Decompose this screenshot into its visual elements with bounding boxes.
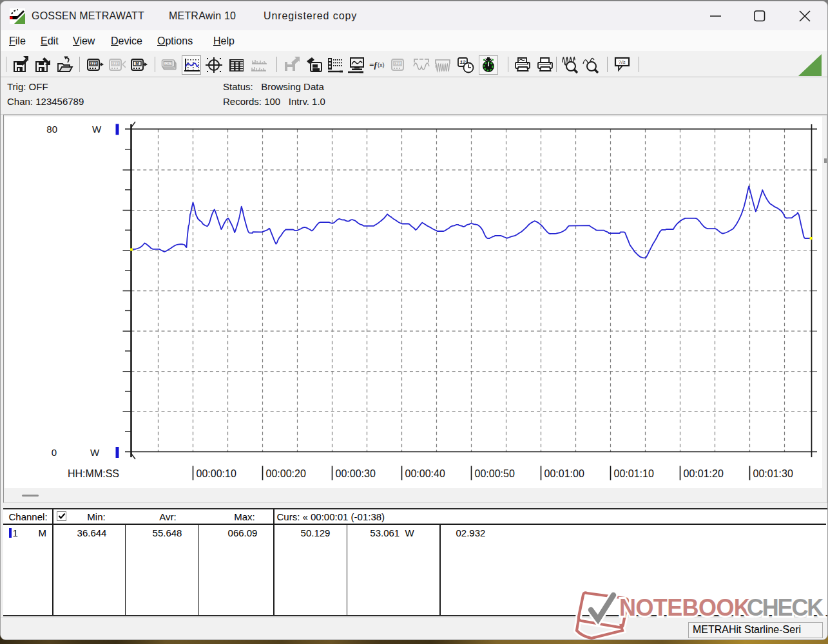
svg-text:NOTEBOOK: NOTEBOOK	[619, 594, 751, 621]
svg-text:00:01:30: 00:01:30	[753, 468, 793, 479]
svg-text:00:00:30: 00:00:30	[336, 468, 376, 479]
svg-text:00:00:50: 00:00:50	[475, 468, 515, 479]
svg-text:00:01:10: 00:01:10	[614, 468, 654, 479]
svg-text:00:01:20: 00:01:20	[684, 468, 724, 479]
svg-text:0: 0	[52, 447, 57, 458]
svg-text:HH:MM:SS: HH:MM:SS	[68, 468, 119, 479]
svg-text:W: W	[90, 447, 100, 458]
svg-text:00:00:40: 00:00:40	[405, 468, 445, 479]
svg-text:W: W	[92, 124, 102, 135]
svg-text:80: 80	[46, 124, 57, 135]
svg-text:CHECK: CHECK	[747, 594, 823, 621]
svg-text:00:00:10: 00:00:10	[197, 468, 236, 479]
svg-text:00:00:20: 00:00:20	[266, 468, 306, 479]
svg-text:00:01:00: 00:01:00	[544, 468, 584, 479]
